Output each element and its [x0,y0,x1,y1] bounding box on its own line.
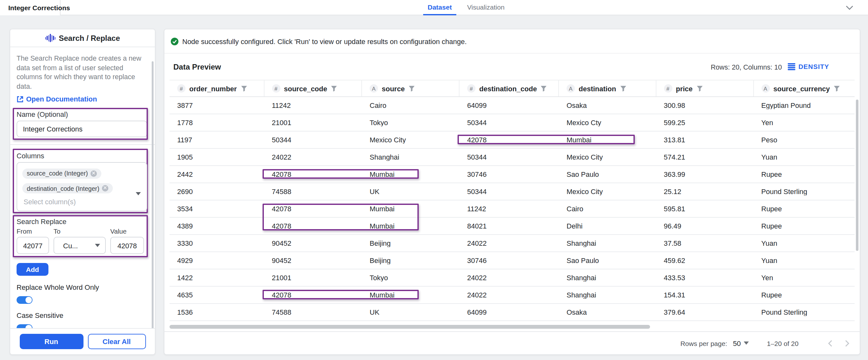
cell-source_code: 90452 [264,257,362,264]
horizontal-scrollbar-thumb[interactable] [169,325,650,329]
next-page-button[interactable] [843,339,851,347]
cell-source_currency: Rupee [754,222,855,230]
cell-order_number: 3330 [169,239,264,247]
column-type-icon: A [566,84,575,92]
clear-all-button[interactable]: Clear All [88,334,146,349]
value-field: Value [110,228,144,254]
results-panel: Node successfully configured. Click 'Run… [164,29,860,355]
column-type-icon: # [177,84,185,92]
cell-source_code: 50344 [264,136,362,144]
tab-visualization[interactable]: Visualization [463,0,509,15]
cell-destination: Mexico City [559,153,656,161]
cell-order_number: 1905 [169,153,264,161]
to-field: To Cu... [54,228,106,254]
cell-source_currency: Rupee [754,170,855,178]
cell-source: Beijing [362,257,460,264]
cell-order_number: 4635 [169,291,264,299]
horizontal-scrollbar[interactable] [169,325,846,329]
sidebar-scrollbar[interactable] [152,61,154,329]
remove-chip-icon[interactable]: ✕ [102,185,108,192]
density-button[interactable]: DENSITY [788,63,829,70]
search-replace-section: Search Replace From To Cu... [17,218,147,254]
cell-source: UK [362,308,460,316]
previous-page-button[interactable] [827,339,834,347]
replace-whole-word-row: Replace Whole Word Only [17,283,147,304]
table-footer: Rows per page: 50 1–20 of 20 [164,331,860,354]
chevron-down-icon[interactable] [845,3,854,15]
columns-multiselect[interactable]: source_code (Integer) ✕ destination_code… [17,162,147,211]
table-header-row: #order_number#source_codeAsource#destina… [169,80,855,97]
table-row: 244242078Mumbai30746Sao Paulo363.99Rupee [169,166,855,183]
status-message-row: Node successfully configured. Click 'Run… [164,29,860,54]
cell-source_code: 21001 [264,274,362,281]
app-window: Integer Corrections Dataset Visualizatio… [0,0,868,360]
name-section: Name (Optional) [17,110,147,137]
column-header-source_currency[interactable]: Asource_currency [754,80,855,96]
from-input[interactable] [17,237,49,254]
cell-source: Shanghai [362,153,460,161]
cell-destination: Shanghai [559,274,656,281]
from-label: From [17,228,49,235]
filter-icon[interactable] [331,85,337,91]
cell-source_code: 74588 [264,308,362,316]
filter-icon[interactable] [541,85,547,91]
cell-destination: Shanghai [559,291,656,299]
add-button[interactable]: Add [17,263,49,276]
table-row: 153674588UK64099Osaka379.64Pound Sterlin… [169,304,855,321]
content-area: Search / Replace The Search Replace node… [0,15,868,360]
cell-price: 313.81 [656,136,754,144]
search-replace-label: Search Replace [17,218,147,225]
cell-source_currency: Yuan [754,257,855,264]
case-sensitive-label: Case Sensitive [17,311,147,319]
name-input[interactable] [17,121,147,137]
tab-dataset[interactable]: Dataset [423,0,456,15]
cell-destination: Mexico City [559,188,656,195]
cell-destination: Osaka [559,308,656,316]
remove-chip-icon[interactable]: ✕ [91,170,97,176]
cell-source_code: 74588 [264,188,362,195]
cell-price: 300.98 [656,102,754,109]
window-tab[interactable]: Integer Corrections [0,0,61,15]
column-header-source[interactable]: Asource [362,80,460,96]
table-body: 387711242Cairo64099Osaka300.98Egyptian P… [169,97,855,321]
column-header-price[interactable]: #price [656,80,754,96]
column-type-icon: # [272,84,280,92]
cell-destination_code: 11242 [460,205,559,213]
open-documentation-link[interactable]: Open Documentation [17,95,147,103]
cell-source_currency: Yuan [754,153,855,161]
value-input[interactable] [110,237,144,254]
column-header-order_number[interactable]: #order_number [169,80,264,96]
cell-destination: Mexico Cty [559,119,656,127]
chevron-left-icon [827,339,834,347]
rows-per-page-select[interactable]: 50 [733,339,749,347]
run-button[interactable]: Run [20,334,83,349]
cell-price: 96.49 [656,222,754,230]
cell-source_currency: Peso [754,136,855,144]
cell-destination_code: 50344 [460,119,559,127]
cell-destination_code: 30746 [460,170,559,178]
vertical-scrollbar[interactable] [856,100,858,251]
cell-price: 363.99 [656,170,754,178]
filter-icon[interactable] [241,85,247,91]
column-header-destination[interactable]: Adestination [559,80,656,96]
top-bar: Integer Corrections Dataset Visualizatio… [0,0,868,15]
cell-source_currency: Yuan [754,239,855,247]
column-header-source_code[interactable]: #source_code [264,80,362,96]
cell-source_code: 24022 [264,153,362,161]
cell-order_number: 4929 [169,257,264,264]
replace-whole-word-toggle[interactable] [17,296,32,304]
filter-icon[interactable] [620,85,626,91]
cell-destination: Shanghai [559,239,656,247]
section-divider [10,144,155,145]
cell-destination: Sao Paulo [559,257,656,264]
filter-icon[interactable] [834,85,840,91]
to-select[interactable]: Cu... [54,237,106,254]
filter-icon[interactable] [408,85,415,91]
column-header-destination_code[interactable]: #destination_code [460,80,559,96]
cell-source_code: 11242 [264,102,362,109]
cell-source_currency: Yen [754,119,855,127]
chevron-down-icon[interactable] [136,192,141,195]
filter-icon[interactable] [696,85,703,91]
view-tabs: Dataset Visualization [423,0,509,15]
cell-source_currency: Rupee [754,291,855,299]
